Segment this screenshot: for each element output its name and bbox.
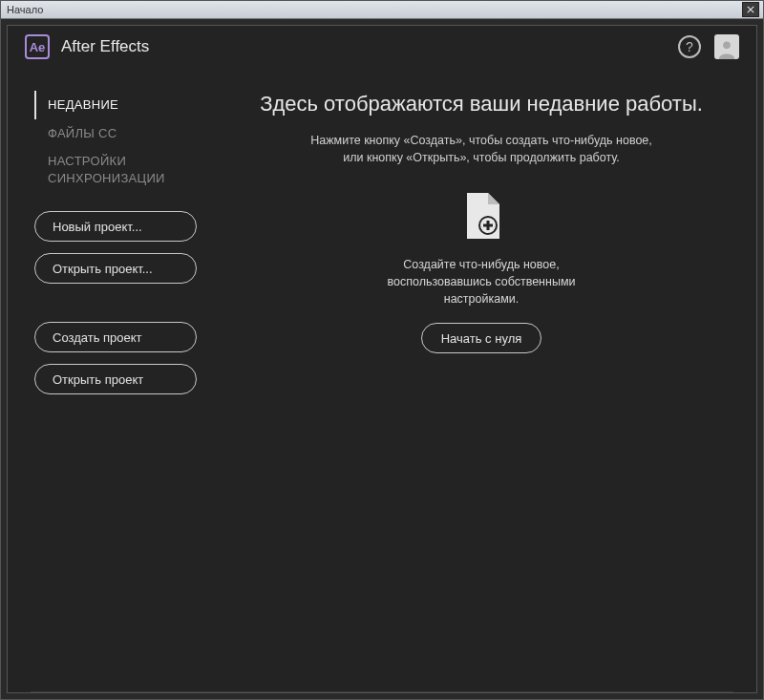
sidebar-tab-sync-settings[interactable]: НАСТРОЙКИ СИНХРОНИЗАЦИИ (34, 147, 225, 192)
create-project-button[interactable]: Создать проект (34, 322, 197, 352)
main-instruction: Создайте что-нибудь новое, воспользовавш… (386, 256, 577, 308)
os-titlebar: Начало (1, 1, 763, 19)
sidebar-button-group-primary: Новый проект... Открыть проект... (34, 211, 225, 295)
main-panel: Здесь отображаются ваши недавние работы.… (225, 91, 737, 667)
help-icon: ? (686, 39, 693, 54)
app-logo: Ae (25, 34, 50, 59)
divider (31, 691, 733, 692)
app-title: After Effects (61, 37, 149, 56)
main-subtitle: Нажмите кнопку «Создать», чтобы создать … (300, 132, 663, 166)
open-project-button[interactable]: Открыть проект... (34, 253, 197, 284)
window-close-button[interactable] (742, 2, 759, 17)
open-project-button-2[interactable]: Открыть проект (34, 364, 197, 394)
content-area: НЕДАВНИЕ ФАЙЛЫ CC НАСТРОЙКИ СИНХРОНИЗАЦИ… (8, 68, 756, 667)
new-project-button[interactable]: Новый проект... (34, 211, 197, 242)
app-logo-text: Ae (30, 40, 46, 54)
help-button[interactable]: ? (678, 35, 701, 58)
close-icon (747, 6, 754, 13)
svg-rect-4 (483, 223, 493, 226)
sidebar-tab-cc-files[interactable]: ФАЙЛЫ CC (34, 119, 225, 148)
sidebar-tab-recent[interactable]: НЕДАВНИЕ (34, 91, 225, 119)
start-from-scratch-button[interactable]: Начать с нуля (421, 323, 542, 353)
svg-point-0 (723, 41, 731, 49)
main-heading: Здесь отображаются ваши недавние работы. (260, 91, 703, 118)
account-avatar[interactable] (714, 34, 739, 59)
app-header: Ae After Effects ? (8, 26, 756, 68)
app-frame: Ae After Effects ? НЕДАВНИЕ ФАЙЛЫ CC НАС… (7, 25, 757, 693)
user-icon (716, 38, 737, 59)
start-window: Начало Ae After Effects ? НЕДАВНИЕ ФАЙЛЫ… (0, 0, 764, 700)
new-file-icon (461, 193, 501, 243)
window-title: Начало (5, 4, 742, 15)
sidebar-button-group-secondary: Создать проект Открыть проект (34, 322, 225, 406)
sidebar: НЕДАВНИЕ ФАЙЛЫ CC НАСТРОЙКИ СИНХРОНИЗАЦИ… (34, 91, 225, 667)
